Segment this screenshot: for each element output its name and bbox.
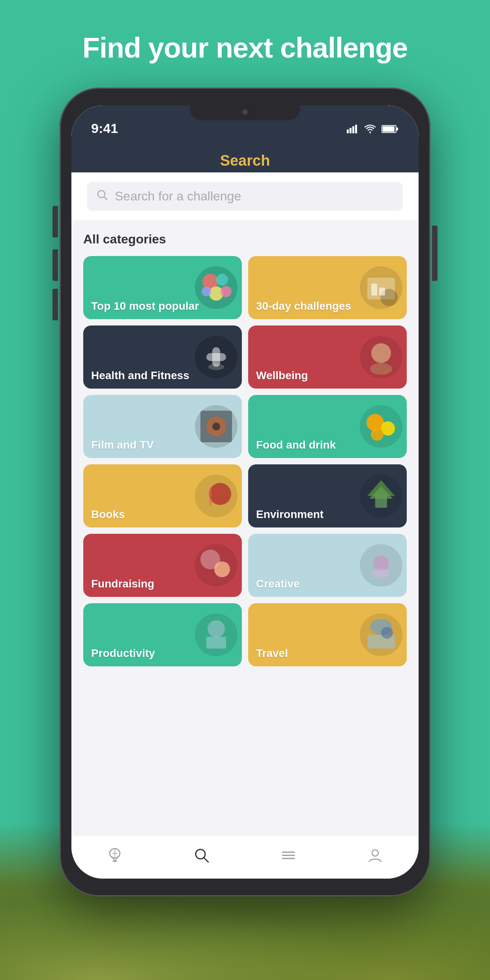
category-label-food: Food and drink [248,432,407,458]
profile-nav-icon [367,847,383,864]
categories-section: All categories Top 10 most popular 30-da… [71,220,419,835]
bottom-navigation [71,835,419,879]
status-icons [347,123,399,136]
category-card-wellbeing[interactable]: Wellbeing [248,325,407,389]
svg-rect-23 [206,353,226,361]
svg-rect-1 [350,128,352,133]
category-card-books[interactable]: Books [83,464,242,527]
svg-rect-3 [355,125,357,133]
category-label-travel: Travel [248,640,407,666]
navigation-bar: Search [71,141,419,172]
category-card-30day[interactable]: 30-day challenges [248,256,407,319]
bottom-nav-list[interactable] [280,847,297,864]
status-bar: 9:41 [71,105,419,141]
category-label-creative: Creative [248,571,407,597]
svg-point-25 [371,343,391,363]
categories-title: All categories [83,232,407,247]
svg-rect-0 [347,129,349,133]
category-label-environment: Environment [248,501,407,527]
svg-point-49 [208,620,225,638]
svg-line-60 [204,858,208,862]
category-card-travel[interactable]: Travel [248,603,407,666]
svg-point-64 [372,850,378,856]
category-card-environment[interactable]: Environment [248,464,407,527]
camera [242,109,248,115]
wifi-icon [364,123,376,136]
category-card-top-popular[interactable]: Top 10 most popular [83,256,242,319]
bottom-nav-home[interactable] [107,847,123,864]
search-icon [97,189,108,203]
signal-icon [347,123,359,136]
notch [190,105,300,120]
category-label-film: Film and TV [83,432,242,458]
list-nav-icon [280,847,297,864]
svg-line-8 [104,197,107,200]
category-label-fundraising: Fundraising [83,571,242,597]
category-card-food[interactable]: Food and drink [248,395,407,458]
nav-title: Search [220,152,270,169]
category-label-health: Health and Fitness [83,363,242,389]
bottom-nav-profile[interactable] [367,847,383,864]
category-label-wellbeing: Wellbeing [248,363,407,389]
search-nav-icon [193,847,210,864]
search-placeholder-text: Search for a challenge [115,189,241,204]
search-bar[interactable]: Search for a challenge [87,182,403,211]
category-card-film[interactable]: Film and TV [83,395,242,458]
categories-grid: Top 10 most popular 30-day challenges He… [83,256,407,674]
category-card-productivity[interactable]: Productivity [83,603,242,666]
status-time: 9:41 [91,121,347,136]
svg-rect-6 [396,127,398,131]
svg-rect-2 [352,126,354,133]
home-icon [107,847,123,864]
page-headline: Find your next challenge [82,32,408,64]
category-card-creative[interactable]: Creative [248,534,407,597]
category-label-books: Books [83,501,242,527]
svg-point-54 [381,627,393,639]
svg-rect-5 [383,126,395,132]
battery-icon [382,123,399,136]
bottom-nav-search[interactable] [193,847,210,864]
category-card-health[interactable]: Health and Fitness [83,325,242,389]
phone-screen: 9:41 [71,105,419,879]
phone-frame: 9:41 [60,88,430,896]
category-card-fundraising[interactable]: Fundraising [83,534,242,597]
svg-point-30 [212,423,220,430]
category-label-productivity: Productivity [83,640,242,666]
category-label-top-popular: Top 10 most popular [83,293,242,319]
search-container: Search for a challenge [71,172,419,220]
category-label-30day: 30-day challenges [248,293,407,319]
svg-point-11 [216,274,228,286]
